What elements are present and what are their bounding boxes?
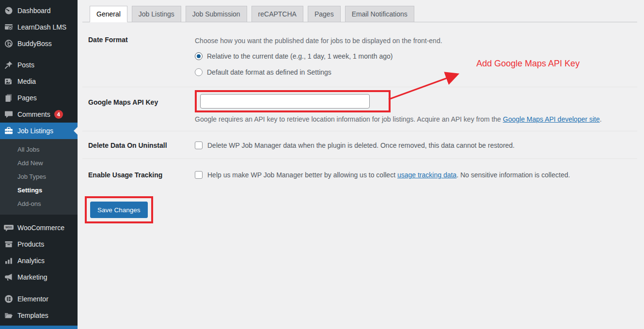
sidebar-item-templates[interactable]: Templates [0, 307, 78, 324]
active-menu-arrow-icon [70, 127, 78, 135]
pages-icon [0, 93, 17, 103]
sidebar-item-comments[interactable]: Comments 4 [0, 106, 78, 123]
google-maps-developer-site-link[interactable]: Google Maps API developer site [503, 115, 600, 123]
tab-recaptcha[interactable]: reCAPTCHA [251, 6, 303, 22]
delete-data-checkbox-label: Delete WP Job Manager data when the plug… [207, 141, 515, 149]
radio-relative-date-label: Relative to the current date (e.g., 1 da… [207, 52, 393, 60]
usage-tracking-checkbox-label: Help us make WP Job Manager better by al… [207, 171, 570, 179]
radio-relative-date[interactable] [195, 52, 203, 60]
products-icon [0, 239, 17, 249]
submenu-item-settings[interactable]: Settings [0, 184, 78, 197]
tab-email-notifications[interactable]: Email Notifications [345, 6, 414, 22]
radio-default-date[interactable] [195, 68, 203, 76]
sidebar-item-label: Comments [17, 110, 50, 118]
sidebar-item-label: Media [17, 78, 36, 85]
submenu-item-add-new[interactable]: Add New [0, 157, 78, 170]
dashboard-icon [0, 6, 17, 16]
sidebar-item-label: BuddyBoss [17, 40, 52, 47]
submenu-item-all-jobs[interactable]: All Jobs [0, 143, 78, 157]
submenu-item-job-types[interactable]: Job Types [0, 170, 78, 184]
sidebar-item-elementor[interactable]: Elementor [0, 291, 78, 307]
sidebar-item-label: Products [17, 240, 44, 248]
analytics-icon [0, 256, 17, 266]
sidebar-item-label: Analytics [17, 257, 45, 265]
marketing-icon [0, 272, 17, 282]
sidebar-item-label: Posts [17, 61, 34, 69]
date-format-description: Choose how you want the published date f… [195, 36, 637, 46]
job-listings-submenu: All Jobs Add New Job Types Settings Add-… [0, 139, 78, 215]
sidebar-item-marketing[interactable]: Marketing [0, 269, 78, 285]
admin-sidebar: Dashboard LearnDash LMS BuddyBoss Posts … [0, 0, 78, 329]
sidebar-item-buddyboss[interactable]: BuddyBoss [0, 35, 78, 52]
delete-data-option[interactable]: Delete WP Job Manager data when the plug… [195, 141, 637, 149]
settings-tab-bar: General Job Listings Job Submission reCA… [82, 6, 637, 22]
date-format-label: Date Format [82, 36, 195, 78]
google-maps-api-key-description: Google requires an API key to retrieve l… [195, 115, 637, 124]
templates-icon [0, 311, 17, 320]
google-maps-api-key-label: Google Maps API Key [82, 87, 195, 124]
sidebar-separator [0, 215, 78, 219]
sidebar-item-label: Marketing [17, 273, 47, 281]
buddyboss-icon [0, 39, 17, 48]
sidebar-item-posts[interactable]: Posts [0, 57, 78, 73]
posts-icon [0, 60, 17, 70]
settings-page: General Job Listings Job Submission reCA… [78, 0, 644, 329]
svg-text:WOO: WOO [5, 226, 12, 229]
sidebar-item-analytics[interactable]: Analytics [0, 252, 78, 269]
sidebar-item-dashboard[interactable]: Dashboard [0, 2, 78, 19]
settings-form: Date Format Choose how you want the publ… [82, 22, 637, 223]
red-highlight-box-input [195, 90, 391, 112]
sidebar-item-woocommerce[interactable]: WOO WooCommerce [0, 219, 78, 236]
comments-count-badge: 4 [54, 110, 63, 119]
save-changes-button[interactable]: Save Changes [90, 202, 148, 218]
date-format-row: Date Format Choose how you want the publ… [82, 22, 637, 87]
submenu-item-add-ons[interactable]: Add-ons [0, 197, 78, 211]
usage-tracking-checkbox[interactable] [195, 171, 203, 179]
sidebar-item-learndash[interactable]: LearnDash LMS [0, 19, 78, 35]
sidebar-item-job-listings[interactable]: Job Listings [0, 123, 78, 139]
annotation-add-google-maps-api-key: Add Google Maps API Key [476, 59, 580, 69]
usage-tracking-row: Enable Usage Tracking Help us make WP Jo… [82, 159, 637, 188]
delete-data-label: Delete Data On Uninstall [82, 141, 195, 149]
sidebar-item-pages[interactable]: Pages [0, 90, 78, 106]
tab-pages[interactable]: Pages [308, 6, 341, 22]
save-area: Save Changes [82, 196, 637, 223]
usage-tracking-label: Enable Usage Tracking [82, 171, 195, 179]
sidebar-item-label: Job Listings [17, 127, 53, 135]
sidebar-item-label: Templates [17, 312, 48, 319]
radio-default-date-label: Default date format as defined in Settin… [207, 68, 331, 76]
sidebar-item-label: Elementor [17, 295, 48, 303]
sidebar-separator [0, 52, 78, 57]
usage-tracking-data-link[interactable]: usage tracking data [397, 171, 456, 179]
google-maps-api-key-input[interactable] [200, 94, 370, 109]
job-listings-icon [0, 126, 17, 136]
sidebar-item-products[interactable]: Products [0, 236, 78, 252]
sidebar-bottom-strip [0, 326, 78, 329]
tab-general[interactable]: General [90, 6, 127, 22]
tab-job-listings[interactable]: Job Listings [132, 6, 181, 22]
sidebar-item-label: LearnDash LMS [17, 23, 66, 31]
learndash-icon [0, 22, 17, 32]
sidebar-item-label: Dashboard [17, 7, 51, 15]
sidebar-item-media[interactable]: Media [0, 73, 78, 90]
google-maps-api-key-row: Google Maps API Key Google requires an A… [82, 87, 637, 131]
usage-tracking-option[interactable]: Help us make WP Job Manager better by al… [195, 171, 637, 179]
media-icon [0, 77, 17, 86]
delete-data-checkbox[interactable] [195, 141, 203, 149]
elementor-icon [0, 294, 17, 304]
sidebar-item-label: WooCommerce [17, 224, 64, 232]
sidebar-separator [0, 285, 78, 291]
delete-data-row: Delete Data On Uninstall Delete WP Job M… [82, 131, 637, 159]
red-highlight-box-save: Save Changes [85, 196, 153, 223]
comments-icon [0, 110, 17, 119]
sidebar-item-label: Pages [17, 94, 37, 102]
woocommerce-icon: WOO [0, 223, 17, 233]
tab-job-submission[interactable]: Job Submission [186, 6, 247, 22]
